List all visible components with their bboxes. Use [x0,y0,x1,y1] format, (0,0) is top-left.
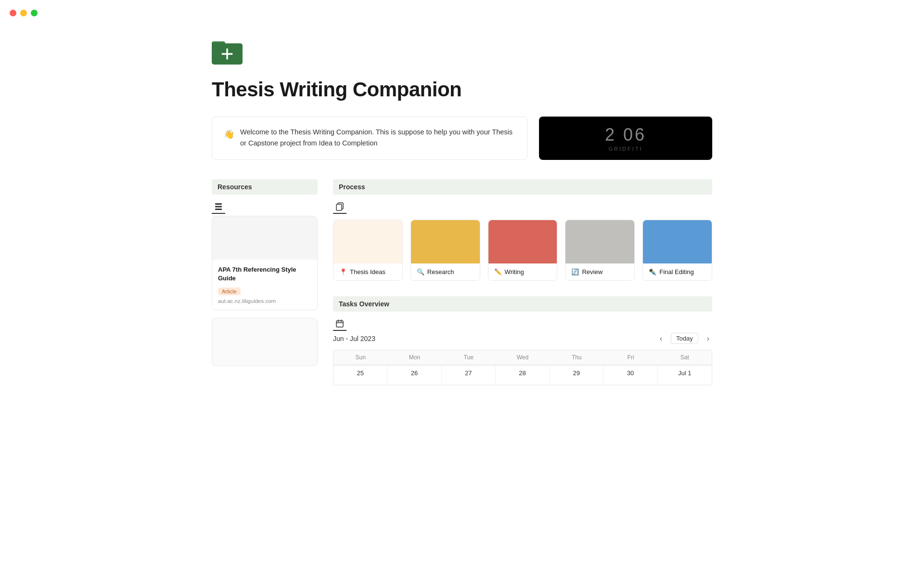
calendar-prev-button[interactable]: ‹ [657,333,665,344]
review-card-image [565,220,634,263]
resources-header: Resources [212,179,318,195]
calendar-nav: ‹ Today › [657,333,712,344]
folder-icon [212,39,243,65]
resource-card-apa[interactable]: APA 7th Referencing Style Guide Article … [212,216,318,310]
process-section: Process 📍 Thesis Ideas [333,179,712,281]
review-icon: 🔄 [571,268,579,276]
main-area: Process 📍 Thesis Ideas [333,179,712,385]
process-label: Process [339,183,365,191]
day-header-mon: Mon [387,350,441,365]
tasks-header: Tasks Overview [333,296,712,312]
day-header-sun: Sun [334,350,387,365]
process-copy-icon[interactable] [333,200,346,214]
traffic-lights [10,10,38,16]
day-header-fri: Fri [603,350,657,365]
day-header-tue: Tue [442,350,496,365]
calendar-days-header: Sun Mon Tue Wed Thu Fri Sat [334,350,712,365]
welcome-box: 👋 Welcome to the Thesis Writing Companio… [212,117,527,160]
process-card-review[interactable]: 🔄 Review [565,220,635,281]
resource-card-image [212,216,317,260]
thesis-ideas-card-image [334,220,402,263]
two-col-layout: Resources APA 7th Referencing Style Guid… [212,179,712,385]
writing-icon: ✏️ [494,268,502,276]
calendar-month: Jun - Jul 2023 [333,335,375,342]
resources-label: Resources [218,183,252,191]
tasks-calendar-icon[interactable] [333,317,346,331]
writing-card-label: ✏️ Writing [488,263,557,280]
process-card-writing[interactable]: ✏️ Writing [488,220,558,281]
tasks-section: Tasks Overview Jun - Jul 2023 ‹ T [333,296,712,385]
writing-card-image [488,220,557,263]
cal-date-30[interactable]: 30 [603,366,657,385]
svg-rect-7 [215,209,222,210]
thesis-ideas-icon: 📍 [339,268,347,276]
svg-rect-9 [336,204,342,210]
cal-date-28[interactable]: 28 [496,366,550,385]
research-card-image [411,220,480,263]
research-icon: 🔍 [417,268,424,276]
svg-rect-6 [215,206,222,208]
welcome-text: Welcome to the Thesis Writing Companion.… [240,127,515,149]
resource-url: aut.ac.nz.libguides.com [218,298,311,304]
day-header-thu: Thu [550,350,603,365]
final-editing-icon: ✒️ [649,268,656,276]
resource-badge: Article [218,288,241,295]
page-title: Thesis Writing Companion [212,78,712,101]
process-card-thesis-ideas[interactable]: 📍 Thesis Ideas [333,220,403,281]
calendar-header: Jun - Jul 2023 ‹ Today › [333,333,712,344]
final-editing-card-image [643,220,712,263]
process-cards: 📍 Thesis Ideas 🔍 Research [333,220,712,281]
cal-date-26[interactable]: 26 [387,366,441,385]
cal-date-jul1[interactable]: Jul 1 [658,366,712,385]
welcome-row: 👋 Welcome to the Thesis Writing Companio… [212,117,712,160]
process-card-final-editing[interactable]: ✒️ Final Editing [642,220,712,281]
wave-icon: 👋 [224,128,234,142]
tasks-label: Tasks Overview [339,300,389,308]
day-header-wed: Wed [496,350,550,365]
main-content: Thesis Writing Companion 👋 Welcome to th… [173,0,751,405]
resource-card-2[interactable] [212,318,318,366]
gridfiti-time: 2 06 [605,125,646,145]
maximize-button[interactable] [31,10,38,16]
svg-rect-5 [215,203,222,205]
resources-stack-icon[interactable] [212,200,225,214]
calendar-today-button[interactable]: Today [671,333,698,344]
calendar-dates-row: 25 26 27 28 29 30 Jul 1 [334,365,712,385]
minimize-button[interactable] [20,10,27,16]
process-card-research[interactable]: 🔍 Research [411,220,480,281]
gridfiti-widget: 2 06 GRIDFITI [539,117,712,160]
thesis-ideas-card-label: 📍 Thesis Ideas [334,263,402,280]
sidebar: Resources APA 7th Referencing Style Guid… [212,179,318,366]
folder-icon-wrap [212,39,712,66]
research-card-label: 🔍 Research [411,263,480,280]
close-button[interactable] [10,10,16,16]
cal-date-29[interactable]: 29 [550,366,603,385]
day-header-sat: Sat [658,350,712,365]
cal-date-25[interactable]: 25 [334,366,387,385]
review-card-label: 🔄 Review [565,263,634,280]
calendar-next-button[interactable]: › [704,333,712,344]
resource-card-title: APA 7th Referencing Style Guide [218,265,311,283]
svg-rect-10 [336,321,343,327]
gridfiti-label: GRIDFITI [605,146,646,152]
final-editing-card-label: ✒️ Final Editing [643,263,712,280]
cal-date-27[interactable]: 27 [442,366,496,385]
calendar-grid: Sun Mon Tue Wed Thu Fri Sat 25 26 27 28 … [333,350,712,385]
process-header: Process [333,179,712,195]
